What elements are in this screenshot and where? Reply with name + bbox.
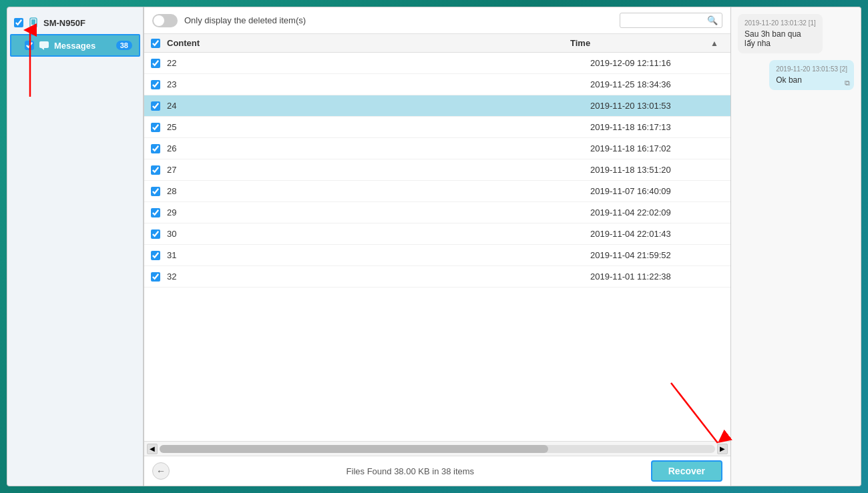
row-number: 30 <box>167 229 187 239</box>
row-checkbox[interactable] <box>151 144 160 153</box>
device-name: SM-N950F <box>43 18 85 28</box>
row-time: 2019-11-04 22:01:43 <box>590 229 724 239</box>
row-number: 23 <box>167 79 187 89</box>
scroll-right-btn[interactable]: ▶ <box>717 444 728 454</box>
table-row[interactable]: 22 2019-12-09 12:11:16 <box>144 53 730 74</box>
back-button[interactable]: ← <box>152 462 170 480</box>
row-number: 29 <box>167 207 187 217</box>
row-time: 2019-11-18 16:17:13 <box>590 122 724 132</box>
messages-icon <box>38 39 50 51</box>
svg-rect-5 <box>39 41 49 48</box>
row-number: 27 <box>167 165 187 175</box>
horizontal-scrollbar[interactable]: ◀ ▶ <box>144 441 730 456</box>
svg-rect-3 <box>31 19 35 25</box>
phone-icon <box>27 17 39 29</box>
table-row[interactable]: 24 2019-11-20 13:01:53 <box>144 95 730 117</box>
scroll-thumb[interactable] <box>160 445 548 453</box>
messages-checkbox[interactable] <box>25 41 34 50</box>
row-checkbox[interactable] <box>151 251 160 260</box>
device-checkbox[interactable] <box>14 18 23 27</box>
sort-arrow[interactable]: ▲ <box>710 39 724 48</box>
toolbar: Only display the deleted item(s) 🔍 <box>144 7 730 34</box>
right-panel: 2019-11-20 13:01:32 [1] Sau 3h ban qualấ… <box>731 7 861 486</box>
row-time: 2019-11-20 13:01:53 <box>590 101 724 111</box>
message-timestamp: 2019-11-20 13:01:53 [2] <box>776 65 847 73</box>
row-checkbox[interactable] <box>151 229 160 239</box>
row-number: 25 <box>167 122 187 132</box>
sidebar-item-messages[interactable]: Messages 38 <box>10 34 140 57</box>
search-icon: 🔍 <box>707 15 718 25</box>
status-bar: ← Files Found 38.00 KB in 38 items Recov… <box>144 456 730 486</box>
row-checkbox[interactable] <box>151 272 160 282</box>
row-number: 26 <box>167 143 187 153</box>
svg-marker-6 <box>41 48 44 50</box>
table-header: Content Time ▲ <box>144 34 730 53</box>
message-bubble-sent: 2019-11-20 13:01:53 [2] Ok ban ⧉ <box>769 60 854 90</box>
message-bubble-received: 2019-11-20 13:01:32 [1] Sau 3h ban qualấ… <box>738 14 823 53</box>
row-checkbox[interactable] <box>151 208 160 217</box>
message-text: Ok ban <box>776 75 847 85</box>
row-checkbox[interactable] <box>151 123 160 132</box>
status-text: Files Found 38.00 KB in 38 items <box>176 466 644 476</box>
select-all-checkbox[interactable] <box>151 39 160 48</box>
table-row[interactable]: 32 2019-11-01 11:22:38 <box>144 266 730 288</box>
table-container: Content Time ▲ 22 2019-12-09 12:11:16 23… <box>144 34 730 456</box>
table-row[interactable]: 23 2019-11-25 18:34:36 <box>144 74 730 95</box>
row-time: 2019-11-25 18:34:36 <box>590 79 724 89</box>
row-time: 2019-11-18 13:51:20 <box>590 165 724 175</box>
messages-label: Messages <box>54 41 112 51</box>
row-time: 2019-11-07 16:40:09 <box>590 186 724 196</box>
row-number: 32 <box>167 272 187 282</box>
table-body: 22 2019-12-09 12:11:16 23 2019-11-25 18:… <box>144 53 730 441</box>
row-number: 24 <box>167 101 187 111</box>
row-number: 28 <box>167 186 187 196</box>
search-input[interactable] <box>624 16 704 25</box>
table-row[interactable]: 30 2019-11-04 22:01:43 <box>144 223 730 245</box>
message-text: Sau 3h ban qualấy nha <box>744 29 816 48</box>
row-number: 31 <box>167 250 187 260</box>
column-content-header: Content <box>167 38 564 48</box>
recover-button[interactable]: Recover <box>651 460 722 482</box>
table-row[interactable]: 29 2019-11-04 22:02:09 <box>144 202 730 223</box>
copy-icon[interactable]: ⧉ <box>845 79 850 87</box>
row-time: 2019-11-01 11:22:38 <box>590 272 724 282</box>
main-content: Only display the deleted item(s) 🔍 Conte… <box>144 7 731 486</box>
row-checkbox[interactable] <box>151 101 160 111</box>
table-row[interactable]: 25 2019-11-18 16:17:13 <box>144 117 730 138</box>
device-item[interactable]: SM-N950F <box>7 13 143 33</box>
row-time: 2019-11-04 22:02:09 <box>590 207 724 217</box>
column-time-header: Time <box>570 38 704 48</box>
messages-badge: 38 <box>116 41 132 50</box>
row-checkbox[interactable] <box>151 80 160 89</box>
svg-point-4 <box>33 25 34 27</box>
row-number: 22 <box>167 58 187 68</box>
row-checkbox[interactable] <box>151 187 160 196</box>
row-time: 2019-11-04 21:59:52 <box>590 250 724 260</box>
row-checkbox[interactable] <box>151 59 160 68</box>
row-checkbox[interactable] <box>151 165 160 175</box>
toggle-deleted[interactable] <box>152 14 178 27</box>
table-row[interactable]: 31 2019-11-04 21:59:52 <box>144 245 730 266</box>
row-time: 2019-11-18 16:17:02 <box>590 143 724 153</box>
scroll-track[interactable] <box>160 445 715 453</box>
table-row[interactable]: 27 2019-11-18 13:51:20 <box>144 159 730 181</box>
scroll-left-btn[interactable]: ◀ <box>147 444 158 454</box>
search-box: 🔍 <box>620 13 722 28</box>
sidebar: SM-N950F Messages 38 <box>7 7 144 486</box>
message-timestamp: 2019-11-20 13:01:32 [1] <box>744 19 816 27</box>
row-time: 2019-12-09 12:11:16 <box>590 58 724 68</box>
table-row[interactable]: 28 2019-11-07 16:40:09 <box>144 181 730 202</box>
table-row[interactable]: 26 2019-11-18 16:17:02 <box>144 138 730 159</box>
toggle-label: Only display the deleted item(s) <box>184 15 613 25</box>
